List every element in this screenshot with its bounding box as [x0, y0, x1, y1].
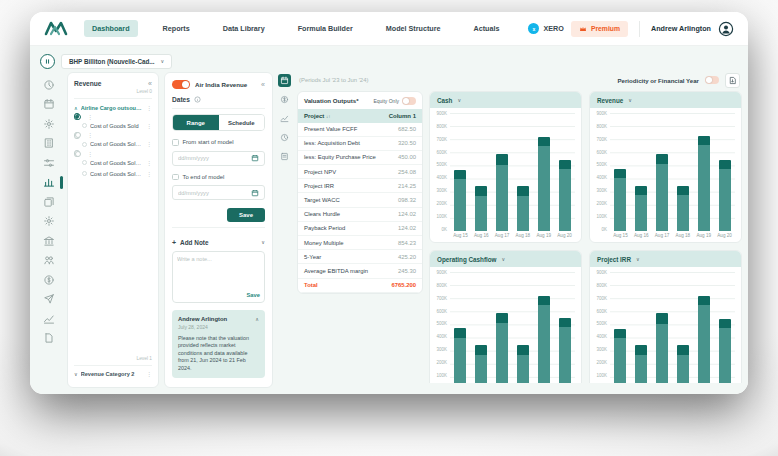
radio-selected-icon[interactable] — [75, 114, 81, 120]
kebab-menu-icon[interactable]: ⋮ — [87, 132, 93, 138]
bar-aug-15[interactable] — [614, 329, 626, 383]
bar-aug-16[interactable] — [475, 186, 487, 231]
tree-item-airline-cargo-outsourcing[interactable]: ∧Airline Cargo outsourcing... (3)⋮ — [74, 102, 152, 113]
clock-icon[interactable] — [278, 131, 291, 144]
analytics-icon[interactable] — [278, 112, 291, 125]
chevron-up-icon[interactable]: ∧ — [255, 316, 259, 322]
tab-schedule[interactable]: Schedule — [219, 115, 265, 130]
calendar-icon[interactable] — [251, 189, 259, 197]
kebab-menu-icon[interactable]: ⋮ — [87, 114, 93, 120]
tree-item-revenue-category-2[interactable]: ∨ Revenue Category 2 ⋮ — [74, 369, 152, 380]
nav-tab-reports[interactable]: Reports — [155, 20, 198, 37]
bar-aug-19[interactable] — [698, 136, 710, 231]
add-note-label[interactable]: Add Note — [180, 239, 257, 246]
calendar-icon[interactable] — [278, 74, 291, 87]
tree-item-cost-of-goods-sold-4[interactable]: Cost of Goods Sold 4⋮ — [74, 168, 152, 179]
nav-tab-formula-builder[interactable]: Formula Builder — [290, 20, 361, 37]
bar-aug-16[interactable] — [635, 186, 647, 231]
nav-tab-data-library[interactable]: Data Library — [215, 20, 273, 37]
kebab-menu-icon[interactable]: ⋮ — [146, 123, 152, 129]
collapse-panel-icon[interactable]: « — [148, 80, 152, 87]
info-icon[interactable] — [194, 96, 201, 103]
calendar-icon[interactable] — [43, 98, 56, 111]
gear-icon[interactable] — [43, 117, 56, 130]
tree-item-air-china-revenue[interactable]: Air China Revenue⋮ — [74, 132, 80, 139]
bar-aug-19[interactable] — [698, 296, 710, 383]
tree-item-air-india-revenue[interactable]: Air India Revenue⋮ — [74, 113, 80, 120]
kebab-menu-icon[interactable]: ⋮ — [87, 151, 93, 157]
bar-aug-15[interactable] — [614, 169, 626, 231]
tree-item-cost-of-goods-sold-2[interactable]: Cost of Goods Sold 2⋮ — [74, 139, 152, 150]
calendar-icon[interactable] — [251, 154, 259, 162]
building-icon[interactable] — [43, 137, 56, 150]
to-date-field[interactable] — [178, 190, 251, 196]
file-icon[interactable] — [43, 332, 56, 345]
kebab-menu-icon[interactable]: ⋮ — [146, 141, 152, 147]
dollar-circle-icon[interactable] — [278, 93, 291, 106]
tab-range[interactable]: Range — [173, 115, 219, 130]
bar-aug-17[interactable] — [496, 313, 508, 383]
xero-integration[interactable]: xXERO — [528, 23, 563, 34]
nav-tab-dashboard[interactable]: Dashboard — [84, 20, 138, 37]
equity-only-toggle[interactable] — [402, 97, 416, 105]
chevron-down-icon[interactable]: ∨ — [261, 240, 265, 245]
documents-icon[interactable] — [43, 195, 56, 208]
kebab-menu-icon[interactable]: ⋮ — [146, 160, 152, 166]
bank-icon[interactable] — [43, 234, 56, 247]
bar-aug-15[interactable] — [454, 170, 466, 231]
bar-aug-18[interactable] — [677, 186, 689, 231]
bar-aug-18[interactable] — [677, 345, 689, 383]
settings-icon[interactable] — [43, 215, 56, 228]
bar-aug-18[interactable] — [517, 345, 529, 383]
kebab-menu-icon[interactable]: ⋮ — [146, 105, 152, 111]
note-save-link[interactable]: Save — [246, 292, 260, 298]
note-textarea[interactable] — [177, 256, 260, 292]
collapse-panel-icon[interactable]: « — [261, 81, 265, 88]
nav-tab-actuals[interactable]: Actuals — [466, 20, 508, 37]
to-date-input[interactable] — [172, 185, 265, 200]
premium-button[interactable]: Premium — [571, 21, 628, 37]
radio-icon[interactable] — [82, 171, 87, 176]
radio-icon[interactable] — [82, 160, 87, 165]
to-end-checkbox[interactable] — [172, 174, 179, 181]
export-button[interactable] — [725, 73, 740, 88]
tree-item-sub-category-3[interactable]: Sub Category 3⋮ — [74, 150, 80, 157]
bar-aug-20[interactable] — [719, 160, 731, 232]
payroll-icon[interactable] — [43, 273, 56, 286]
model-selector-dropdown[interactable]: BHP Billiton (Nouvelle-Cad... ∨ — [61, 54, 172, 69]
kebab-menu-icon[interactable]: ⋮ — [146, 171, 152, 177]
sliders-icon[interactable] — [43, 156, 56, 169]
nav-tab-model-structure[interactable]: Model Structure — [378, 20, 449, 37]
user-avatar[interactable] — [718, 21, 734, 37]
team-icon[interactable] — [43, 254, 56, 267]
bar-aug-19[interactable] — [538, 137, 550, 231]
note-icon[interactable] — [278, 150, 291, 163]
bar-aug-20[interactable] — [559, 160, 571, 232]
from-date-input[interactable] — [172, 151, 265, 166]
radio-icon[interactable] — [82, 123, 87, 128]
from-date-field[interactable] — [178, 155, 251, 161]
collapse-sidebar-button[interactable] — [40, 54, 55, 69]
save-button[interactable]: Save — [227, 208, 265, 222]
share-icon[interactable] — [43, 293, 56, 306]
air-india-revenue-toggle[interactable] — [172, 80, 190, 89]
radio-icon[interactable] — [75, 151, 81, 157]
bar-aug-20[interactable] — [559, 318, 571, 383]
bar-aug-15[interactable] — [454, 328, 466, 383]
bar-aug-16[interactable] — [635, 345, 647, 383]
column-header-project[interactable]: Project ↓↑ — [304, 113, 389, 119]
chevron-down-icon[interactable]: ∨ — [628, 98, 632, 103]
radio-icon[interactable] — [82, 142, 87, 147]
clock-icon[interactable] — [43, 78, 56, 91]
bar-aug-17[interactable] — [496, 154, 508, 231]
bar-aug-20[interactable] — [719, 319, 731, 384]
bar-aug-17[interactable] — [656, 313, 668, 383]
tree-item-cost-of-goods-sold-3[interactable]: Cost of Goods Sold 3⋮ — [74, 157, 152, 168]
periodicity-toggle[interactable] — [705, 76, 719, 84]
bar-aug-18[interactable] — [517, 186, 529, 231]
chevron-down-icon[interactable]: ∨ — [501, 257, 505, 262]
bar-chart-icon[interactable] — [43, 176, 56, 189]
bar-aug-17[interactable] — [656, 154, 668, 231]
kebab-menu-icon[interactable]: ⋮ — [146, 371, 152, 377]
chevron-down-icon[interactable]: ∨ — [457, 98, 461, 103]
